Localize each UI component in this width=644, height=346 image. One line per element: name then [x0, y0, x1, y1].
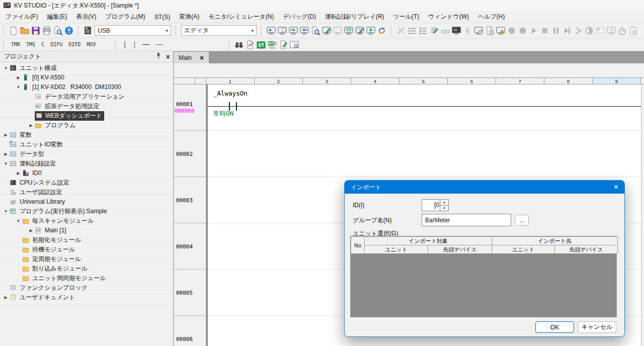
tree-item-function-block[interactable]: ファンクションブロック — [0, 283, 173, 293]
tree-expand-icon[interactable]: ▶ — [15, 171, 22, 176]
unit-monitor-icon[interactable] — [451, 25, 462, 36]
tree-item-user-auth-settings[interactable]: ユーザ認証設定 — [0, 188, 173, 197]
verify-icon[interactable] — [310, 25, 321, 36]
draw-dotted-line-button[interactable]: ┄┄ — [153, 40, 165, 50]
menu-operation-record-replay[interactable]: 運転記録/リプレイ(R) — [320, 11, 388, 23]
tree-item-interrupt-module[interactable]: 割り込みモジュール — [0, 264, 173, 274]
trend-chart-icon[interactable] — [245, 39, 256, 50]
tree-item-id0[interactable]: ▶ID0 — [0, 168, 173, 178]
dialog-close-icon[interactable]: × — [614, 184, 618, 191]
instruction-tms-button[interactable]: TMS — [24, 40, 38, 50]
tree-item-program-folder[interactable]: ▶プログラム — [0, 121, 173, 130]
device-edit-icon[interactable] — [429, 25, 440, 36]
menu-monitor-simulator[interactable]: モニタ/シミュレータ(N) — [204, 11, 278, 23]
tree-item-inter-unit-sync-module[interactable]: ユニット間同期モジュール — [0, 274, 173, 283]
help-icon[interactable]: ? — [63, 25, 74, 36]
project-close-icon[interactable]: × — [166, 54, 170, 60]
id-value-field[interactable]: 0 — [422, 200, 440, 211]
draw-horizontal-line-button[interactable]: ── — [140, 40, 152, 50]
registration-monitor-icon[interactable] — [343, 25, 354, 36]
tree-item-standby-module[interactable]: 待機モジュール — [0, 245, 173, 254]
tree-item-data-types[interactable]: ▶データ型 — [0, 149, 173, 159]
pin-icon[interactable] — [155, 52, 162, 61]
plc-comment-icon[interactable] — [277, 25, 288, 36]
menu-window[interactable]: ウィンドウ(W) — [424, 11, 473, 23]
tab-main[interactable]: Main × — [174, 52, 209, 63]
rung-row-header[interactable]: 00004 — [174, 223, 195, 270]
instruction-difu-button[interactable]: DIFU — [48, 40, 65, 50]
ok-button[interactable]: OK — [535, 321, 574, 333]
tree-item-user-document[interactable]: ▶ユーザドキュメント — [0, 293, 173, 302]
transfer-to-plc-icon[interactable] — [266, 25, 277, 36]
time-chart-monitor-icon[interactable] — [473, 25, 484, 36]
error-monitor-icon[interactable] — [495, 25, 506, 36]
tree-item-data-utilization-app[interactable]: データ活用アプリケーション — [0, 92, 173, 102]
save-project-icon[interactable] — [30, 25, 41, 36]
instruction-mov-button[interactable]: MOV — [84, 40, 98, 50]
tree-item-variables[interactable]: ▶変数 — [0, 130, 173, 140]
tree-expand-icon[interactable]: ▶ — [2, 152, 10, 156]
tree-item-universal-library[interactable]: Universal Library — [0, 197, 173, 207]
online-edit-icon[interactable] — [365, 25, 376, 36]
open-project-icon[interactable] — [19, 25, 30, 36]
id-spin-down-icon[interactable]: ▼ — [440, 206, 448, 211]
tree-item-program-exec-order[interactable]: ▼プログラム(実行順表示):Sample — [0, 207, 173, 216]
search-icon[interactable] — [233, 39, 245, 50]
replay-settings-icon[interactable] — [484, 25, 495, 36]
label-list-icon[interactable] — [418, 25, 429, 36]
tree-expand-icon[interactable]: ▶ — [27, 228, 35, 233]
window-layout-icon[interactable] — [289, 39, 300, 50]
rung-row-header[interactable]: 00001000000 — [174, 84, 195, 131]
tree-item-unit-io-variables[interactable]: ユニットIO変数 — [0, 140, 173, 149]
print-icon[interactable] — [41, 25, 52, 36]
id-spinner[interactable]: 0 ▲ ▼ — [422, 199, 449, 211]
cancel-button[interactable]: キャンセル — [578, 321, 616, 333]
unit-table-body[interactable] — [351, 253, 616, 317]
tree-item-unit-1-kv-xd02[interactable]: ▼[1] KV-XD02 R34000 DM10300 — [0, 82, 173, 92]
write-to-plc-icon[interactable] — [288, 25, 299, 36]
contact[interactable] — [236, 102, 237, 111]
instruction-difd-button[interactable]: DIFD — [66, 40, 83, 50]
tree-expand-icon[interactable]: ▶ — [15, 75, 22, 80]
read-from-plc-icon[interactable] — [299, 25, 310, 36]
rung-row-header[interactable]: 00005 — [174, 270, 195, 316]
st-list-icon[interactable]: ST — [267, 39, 278, 50]
menu-st[interactable]: ST(S) — [150, 12, 175, 22]
tree-item-init-module[interactable]: 初期化モジュール — [0, 235, 173, 245]
tree-item-unit-0-kv-x550[interactable]: ▶[0] KV-X550 — [0, 73, 173, 82]
id-spin-up-icon[interactable]: ▲ — [440, 200, 448, 206]
print-preview-icon[interactable] — [52, 25, 63, 36]
new-file-icon[interactable] — [8, 25, 19, 36]
mode-select[interactable]: エディタ▾ — [181, 25, 257, 36]
tree-item-extended-data-processing[interactable]: 拡張データ処理設定 — [0, 102, 173, 111]
device-comment-list-icon[interactable] — [407, 25, 418, 36]
tree-item-unit-config[interactable]: ▼ユニット構成 — [0, 63, 173, 73]
menu-program[interactable]: プログラム(M) — [101, 11, 149, 23]
rung-row-header[interactable]: 00002 — [174, 131, 195, 177]
comm-settings-icon[interactable] — [83, 25, 94, 36]
tree-item-fixed-period-module[interactable]: 定周期モジュール — [0, 254, 173, 264]
menu-edit[interactable]: 編集(E) — [42, 11, 71, 23]
menu-file[interactable]: ファイル(F) — [1, 11, 42, 23]
menu-debug[interactable]: デバッグ(D) — [278, 11, 320, 23]
tree-expand-icon[interactable]: ▶ — [27, 123, 35, 128]
tree-item-every-scan-module[interactable]: ▼毎スキャンモジュール — [0, 216, 173, 226]
st-editor-icon[interactable]: ST — [256, 39, 267, 50]
tree-collapse-icon[interactable]: ▼ — [2, 66, 10, 70]
menu-help[interactable]: ヘルプ(H) — [473, 11, 510, 23]
monitor-edit-icon[interactable] — [321, 25, 332, 36]
menu-view[interactable]: 表示(V) — [71, 11, 101, 23]
tree-item-web-dashboard[interactable]: WEBダッシュボード — [0, 111, 173, 121]
tab-close-icon[interactable]: × — [200, 55, 204, 61]
rung-row-header[interactable]: 00006 — [174, 316, 195, 346]
rung-row-header[interactable]: 00003 — [174, 177, 195, 223]
draw-contact-button[interactable]: │ — [120, 40, 129, 50]
tree-collapse-icon[interactable]: ▼ — [2, 161, 10, 166]
sync-transfer-icon[interactable] — [376, 25, 387, 36]
tree-item-cpu-system-settings[interactable]: CPUシステム設定 — [0, 178, 173, 188]
instruction-c-button[interactable]: C — [39, 40, 47, 50]
comm-port-select[interactable]: USB▾ — [95, 25, 171, 36]
tree-expand-icon[interactable]: ▶ — [2, 295, 10, 300]
batch-monitor-icon[interactable] — [354, 25, 365, 36]
instruction-tmr-button[interactable]: TMR — [9, 40, 23, 50]
